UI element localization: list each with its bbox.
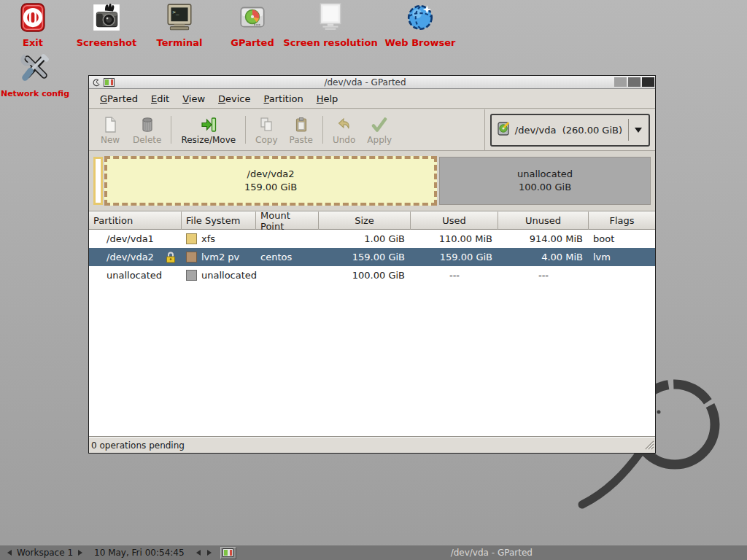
new-partition-icon (101, 116, 119, 133)
window-title: /dev/vda - GParted (117, 77, 613, 88)
desktop-icon-label: Network config (1, 89, 69, 98)
paste-icon (293, 116, 310, 133)
desktop-icon-label: Web Browser (385, 37, 456, 48)
desktop-icon-gparted[interactable]: GParted (223, 2, 282, 48)
table-header: Partition File System Mount Point Size U… (89, 211, 655, 230)
window-minimize-button[interactable] (614, 77, 627, 87)
iconbox-left-icon[interactable] (196, 550, 201, 556)
terminal-icon: >_ (164, 2, 195, 33)
desktop-icon-label: Exit (23, 37, 43, 48)
paste-button[interactable]: Paste (284, 114, 319, 147)
copy-icon (258, 116, 275, 133)
taskbar: Workspace 1 10 May, Fri 00:54:45 /dev/vd… (0, 545, 747, 560)
cell-used: 110.00 MiB (411, 230, 498, 248)
desktop-icon-label: Terminal (157, 37, 203, 48)
menu-view[interactable]: View (176, 90, 212, 107)
column-header-flags[interactable]: Flags (589, 211, 655, 230)
column-header-filesystem[interactable]: File System (182, 211, 256, 230)
pending-operations-text: 0 operations pending (91, 440, 185, 451)
partition-graphic-panel: /dev/vda2 159.00 GiB unallocated 100.00 … (89, 151, 655, 211)
filesystem-color-swatch (186, 270, 197, 281)
chevron-down-icon (635, 128, 642, 133)
taskbar-task-gparted[interactable]: /dev/vda - GParted (236, 545, 747, 560)
cell-used: 159.00 GiB (411, 248, 498, 266)
cell-filesystem: lvm2 pv (182, 248, 256, 266)
column-header-unused[interactable]: Unused (498, 211, 589, 230)
resize-move-button[interactable]: Resize/Move (175, 114, 241, 147)
cell-mountpoint: centos (256, 248, 319, 266)
window-titlebar[interactable]: /dev/vda - GParted (89, 76, 655, 89)
desktop-icon-network-config[interactable]: Network config (1, 51, 69, 98)
desktop-icon-terminal[interactable]: >_ Terminal (147, 2, 212, 48)
table-row-vda2-selected[interactable]: /dev/vda2 lvm2 pv centos 159.00 GiB 159.… (89, 248, 655, 266)
workspace-prev-icon[interactable] (7, 550, 12, 556)
apply-button[interactable]: Apply (361, 114, 398, 147)
partition-block-vda2-selected[interactable]: /dev/vda2 159.00 GiB (104, 156, 437, 206)
desktop-icon-screen-resolution[interactable]: Screen resolution (279, 2, 382, 48)
cell-partition: unallocated (89, 266, 182, 284)
cell-flags (589, 266, 655, 284)
gparted-window: /dev/vda - GParted GParted Edit View Dev… (88, 75, 656, 454)
partition-block-unallocated[interactable]: unallocated 100.00 GiB (439, 157, 651, 205)
table-row-vda1[interactable]: /dev/vda1 xfs 1.00 GiB 110.00 MiB 914.00… (89, 230, 655, 248)
partition-table: Partition File System Mount Point Size U… (89, 211, 655, 437)
svg-text:>_: >_ (173, 9, 179, 15)
partition-block-size: 159.00 GiB (244, 181, 297, 194)
desktop-icon-screenshot[interactable]: Screenshot (70, 2, 143, 48)
apply-icon (371, 116, 388, 133)
partition-block-name: unallocated (517, 168, 573, 181)
column-header-mountpoint[interactable]: Mount Point (256, 211, 319, 230)
column-header-partition[interactable]: Partition (89, 211, 182, 230)
toolbar: New Delete (89, 109, 655, 151)
combo-separator (628, 119, 629, 141)
debian-swirl-icon (91, 77, 101, 88)
cell-used: --- (411, 266, 498, 284)
partition-block-name: /dev/vda2 (247, 168, 295, 181)
filesystem-color-swatch (186, 252, 197, 262)
delete-partition-icon (139, 116, 156, 133)
resize-move-icon (200, 116, 217, 133)
undo-button[interactable]: Undo (327, 114, 361, 147)
table-row-unallocated[interactable]: unallocated unallocated 100.00 GiB --- -… (89, 266, 655, 284)
statusbar: 0 operations pending (89, 437, 655, 453)
menu-gparted[interactable]: GParted (93, 90, 144, 107)
menu-edit[interactable]: Edit (144, 90, 176, 107)
toolbar-separator (245, 116, 246, 144)
menu-device[interactable]: Device (212, 90, 257, 107)
gparted-app-icon (104, 78, 115, 87)
tools-icon (18, 51, 52, 85)
gparted-drive-icon (237, 2, 268, 33)
cell-size: 159.00 GiB (319, 248, 411, 266)
device-combo[interactable]: /dev/vda (260.00 GiB) (490, 114, 650, 147)
column-header-used[interactable]: Used (411, 211, 498, 230)
menu-help[interactable]: Help (310, 90, 345, 107)
cell-unused: 4.00 MiB (498, 248, 589, 266)
desktop-icon-web-browser[interactable]: Web Browser (376, 2, 464, 48)
desktop-icon-label: Screen resolution (283, 37, 377, 48)
desktop-icon-exit[interactable]: Exit (11, 2, 55, 48)
lock-icon (166, 251, 177, 263)
delete-partition-button[interactable]: Delete (127, 114, 167, 147)
menu-partition[interactable]: Partition (258, 90, 310, 107)
monitor-icon (315, 2, 346, 33)
iconbox-right-icon[interactable] (207, 550, 212, 556)
iconbox-scroll (190, 550, 217, 556)
device-combo-label: /dev/vda (260.00 GiB) (515, 125, 622, 136)
toolbar-separator (171, 116, 171, 144)
resize-grip[interactable] (643, 439, 654, 452)
hard-drive-icon (497, 122, 511, 138)
workspace-switcher[interactable]: Workspace 1 (0, 548, 88, 558)
partition-block-vda1[interactable] (93, 157, 103, 205)
globe-icon (405, 2, 436, 33)
gparted-task-icon-button[interactable] (220, 547, 236, 559)
column-header-size[interactable]: Size (319, 211, 411, 230)
copy-button[interactable]: Copy (249, 114, 283, 147)
window-maximize-button[interactable] (628, 77, 640, 87)
desktop-icon-label: GParted (231, 37, 274, 48)
workspace-next-icon[interactable] (78, 550, 82, 556)
window-close-button[interactable] (642, 77, 654, 87)
cell-size: 100.00 GiB (319, 266, 411, 284)
new-partition-button[interactable]: New (93, 114, 127, 147)
gparted-mini-icon (222, 548, 233, 557)
toolbar-separator (322, 116, 323, 144)
